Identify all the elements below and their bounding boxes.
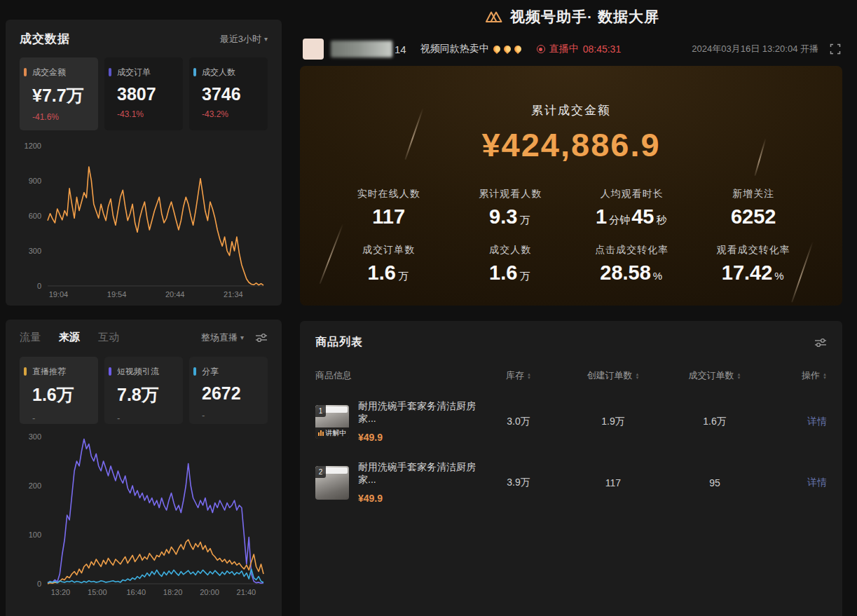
svg-text:600: 600 — [29, 212, 41, 220]
deal-orders-value: 1.6万 — [666, 416, 764, 428]
column-action: 操作 — [802, 370, 820, 381]
sort-icon[interactable]: ▲▼ — [823, 373, 827, 380]
live-dot-icon — [537, 45, 545, 53]
stat-sub: - — [117, 413, 177, 423]
avatar — [303, 39, 324, 60]
metric-total-viewers: 累计观看人数 9.3万 — [450, 188, 572, 228]
created-orders-value: 1.9万 — [561, 416, 666, 428]
summary-panel: 累计成交金额 ¥424,886.9 实时在线人数 117 累计观看人数 9.3万… — [300, 66, 842, 306]
stat-label: 成交人数 — [202, 67, 262, 78]
stat-card-deal-orders[interactable]: 成交订单 3807 -43.1% — [104, 57, 183, 130]
tab-source[interactable]: 来源 — [59, 331, 80, 344]
svg-text:0: 0 — [37, 282, 41, 290]
flame-icons — [493, 46, 521, 53]
stat-value: 2672 — [202, 383, 262, 404]
svg-text:21:40: 21:40 — [237, 588, 256, 596]
svg-text:21:34: 21:34 — [224, 290, 243, 299]
svg-text:200: 200 — [29, 481, 41, 490]
tab-interaction[interactable]: 互动 — [98, 331, 119, 344]
product-title: 耐用洗碗手套家务清洁厨房家... — [358, 461, 477, 486]
rank-badge: 1 — [315, 405, 326, 417]
deal-orders-value: 95 — [666, 477, 764, 488]
sort-icon[interactable]: ▲▼ — [527, 373, 531, 380]
stat-delta: -43.2% — [202, 109, 262, 119]
fullscreen-icon[interactable] — [830, 43, 841, 55]
table-row: 1 讲解中 耐用洗碗手套家务清洁厨房家... ¥49.9 3.0万 1.9万 1… — [315, 400, 827, 443]
svg-text:300: 300 — [29, 247, 41, 255]
dashboard: 成交数据 最近3小时 ▾ 成交金额 ¥7.7万 -41.6% 成交订单 3807… — [0, 0, 857, 616]
total-amount-value: ¥424,886.9 — [300, 125, 842, 164]
flame-icon — [513, 44, 523, 54]
svg-text:900: 900 — [29, 177, 41, 185]
share-marker-icon — [193, 367, 196, 376]
summary-metrics: 实时在线人数 117 累计观看人数 9.3万 人均观看时长 1分钟45秒 新增关… — [328, 188, 814, 285]
svg-text:13:20: 13:20 — [51, 588, 71, 596]
live-duration: 08:45:31 — [583, 43, 622, 55]
stat-value: ¥7.7万 — [32, 84, 92, 107]
svg-text:20:44: 20:44 — [165, 290, 185, 299]
stock-value: 3.9万 — [477, 477, 561, 489]
metric-avg-watch-time: 人均观看时长 1分钟45秒 — [571, 188, 693, 228]
traffic-range-dropdown[interactable]: 整场直播 ▾ — [201, 331, 244, 344]
tab-traffic[interactable]: 流量 — [20, 331, 41, 344]
speaking-bars-icon — [318, 430, 324, 436]
product-title: 耐用洗碗手套家务清洁厨房家... — [358, 400, 477, 425]
orders-marker-icon — [109, 68, 111, 76]
svg-text:1200: 1200 — [25, 142, 41, 150]
hot-sale-text: 视频同款热卖中 — [420, 43, 489, 55]
svg-text:16:40: 16:40 — [127, 588, 146, 596]
metric-view-conversion: 观看成交转化率 17.42% — [693, 244, 815, 285]
filter-sliders-icon[interactable] — [255, 333, 268, 343]
stat-label: 短视频引流 — [117, 366, 177, 378]
main-header: 视频号助手· 数据大屏 — [301, 7, 842, 27]
flame-icon — [502, 44, 512, 54]
deal-range-dropdown[interactable]: 最近3小时 ▾ — [220, 33, 268, 46]
stat-card-share[interactable]: 分享 2672 - — [189, 357, 268, 424]
chevron-down-icon: ▾ — [240, 334, 244, 341]
stat-delta: -43.1% — [117, 109, 177, 119]
metric-deal-buyers: 成交人数 1.6万 — [450, 244, 572, 285]
stat-sub: - — [202, 410, 262, 420]
table-row: 2 耐用洗碗手套家务清洁厨房家... ¥49.9 3.9万 117 95 详情 — [315, 461, 827, 504]
total-amount-label: 累计成交金额 — [300, 102, 842, 118]
amount-marker-icon — [24, 68, 27, 76]
stat-label: 直播推荐 — [32, 366, 92, 378]
short-video-marker-icon — [109, 367, 111, 376]
svg-text:18:20: 18:20 — [163, 588, 183, 596]
product-panel-title: 商品列表 — [315, 335, 363, 350]
column-created-orders: 创建订单数 — [587, 370, 633, 381]
detail-link[interactable]: 详情 — [807, 416, 827, 427]
deal-panel-title: 成交数据 — [20, 31, 70, 47]
stat-card-live-recommend[interactable]: 直播推荐 1.6万 - — [20, 357, 98, 424]
detail-link[interactable]: 详情 — [807, 477, 827, 488]
streamer-name-blurred — [331, 41, 392, 57]
column-deal-orders: 成交订单数 — [689, 370, 734, 381]
live-recommend-marker-icon — [24, 367, 27, 376]
product-price: ¥49.9 — [358, 493, 477, 504]
column-product-info: 商品信息 — [315, 369, 477, 382]
metric-click-conversion: 点击成交转化率 28.58% — [571, 244, 693, 285]
stat-delta: -41.6% — [32, 112, 92, 122]
streamer-name-suffix: 14 — [395, 43, 406, 55]
stat-card-deal-amount[interactable]: 成交金额 ¥7.7万 -41.6% — [20, 57, 98, 130]
stock-value: 3.0万 — [477, 416, 561, 428]
traffic-stat-cards: 直播推荐 1.6万 - 短视频引流 7.8万 - 分享 2672 - — [20, 357, 268, 424]
stat-sub: - — [32, 413, 92, 423]
traffic-range-label: 整场直播 — [201, 331, 238, 344]
stat-card-short-video[interactable]: 短视频引流 7.8万 - — [104, 357, 183, 424]
metric-new-followers: 新增关注 6252 — [693, 188, 815, 228]
metric-deal-orders: 成交订单数 1.6万 — [328, 244, 450, 285]
svg-text:300: 300 — [29, 432, 41, 441]
deal-trend-chart: 0300600900120019:0419:5420:4421:34 — [20, 139, 268, 301]
column-stock: 库存 — [506, 370, 524, 381]
svg-text:15:00: 15:00 — [88, 588, 107, 596]
product-thumbnail: 2 — [315, 466, 349, 500]
sort-icon[interactable]: ▲▼ — [737, 373, 741, 380]
traffic-trend-chart: 010020030013:2015:0016:4018:2020:0021:40 — [20, 430, 268, 599]
filter-sliders-icon[interactable] — [814, 338, 827, 348]
chevron-down-icon: ▾ — [264, 35, 268, 43]
sort-icon[interactable]: ▲▼ — [636, 373, 640, 380]
stat-value: 3746 — [202, 84, 262, 104]
product-list-panel: 商品列表 商品信息 库存▲▼ 创建订单数▲▼ 成交订单数▲▼ 操作▲▼ 1 — [300, 321, 842, 616]
stat-card-deal-buyers[interactable]: 成交人数 3746 -43.2% — [189, 57, 268, 130]
